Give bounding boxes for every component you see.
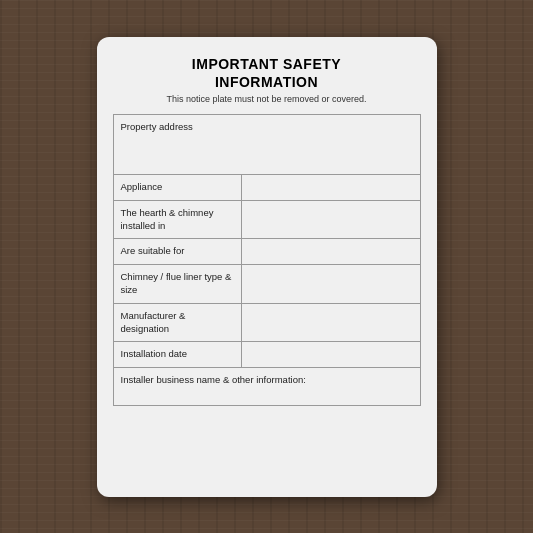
- title-line1: IMPORTANT SAFETY: [192, 56, 341, 72]
- hearth-chimney-value: [242, 200, 420, 239]
- table-row: Manufacturer & designation: [113, 303, 420, 342]
- property-address-label: Property address: [113, 114, 420, 174]
- card-subtitle: This notice plate must not be removed or…: [113, 94, 421, 104]
- installer-info-label: Installer business name & other informat…: [113, 368, 420, 406]
- manufacturer-label: Manufacturer & designation: [113, 303, 242, 342]
- table-row: Are suitable for: [113, 239, 420, 265]
- table-row: Installer business name & other informat…: [113, 368, 420, 406]
- chimney-flue-value: [242, 265, 420, 304]
- installation-date-label: Installation date: [113, 342, 242, 368]
- suitable-for-value: [242, 239, 420, 265]
- table-row: The hearth & chimney installed in: [113, 200, 420, 239]
- appliance-value: [242, 174, 420, 200]
- table-row: Appliance: [113, 174, 420, 200]
- table-row: Chimney / flue liner type & size: [113, 265, 420, 304]
- safety-information-card: IMPORTANT SAFETY INFORMATION This notice…: [97, 37, 437, 497]
- hearth-chimney-label: The hearth & chimney installed in: [113, 200, 242, 239]
- chimney-flue-label: Chimney / flue liner type & size: [113, 265, 242, 304]
- table-row: Installation date: [113, 342, 420, 368]
- table-row: Property address: [113, 114, 420, 174]
- title-line2: INFORMATION: [215, 74, 318, 90]
- installation-date-value: [242, 342, 420, 368]
- card-header: IMPORTANT SAFETY INFORMATION This notice…: [113, 55, 421, 104]
- suitable-for-label: Are suitable for: [113, 239, 242, 265]
- manufacturer-value: [242, 303, 420, 342]
- info-table: Property address Appliance The hearth & …: [113, 114, 421, 406]
- appliance-label: Appliance: [113, 174, 242, 200]
- card-title: IMPORTANT SAFETY INFORMATION: [113, 55, 421, 91]
